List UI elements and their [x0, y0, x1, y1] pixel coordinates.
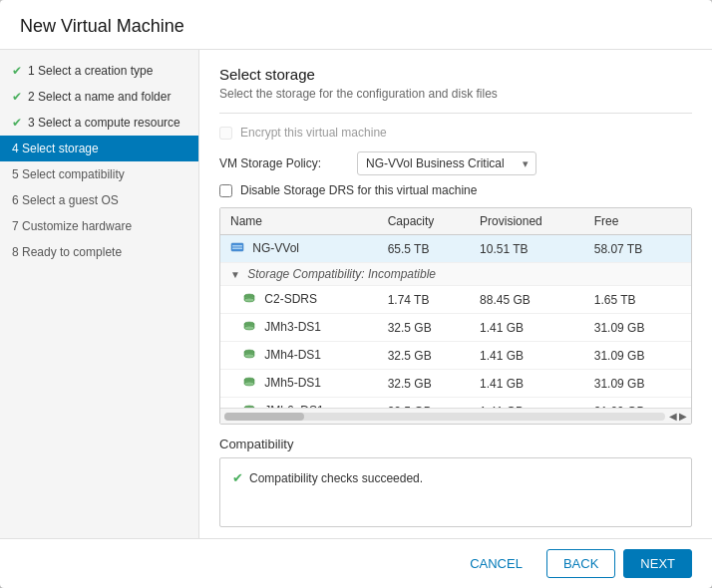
svg-point-14	[244, 382, 254, 386]
sidebar: ✔ 1 Select a creation type ✔ 2 Select a …	[0, 50, 199, 538]
row-free: 31.09 GB	[584, 314, 691, 342]
sidebar-step8-label: 8 Ready to complete	[12, 245, 122, 259]
sidebar-item-step1[interactable]: ✔ 1 Select a creation type	[0, 58, 198, 84]
section-title: Select storage	[219, 66, 692, 83]
back-button[interactable]: BACK	[546, 549, 615, 578]
disable-drs-row: Disable Storage DRS for this virtual mac…	[219, 183, 692, 197]
svg-point-5	[244, 298, 254, 302]
check-icon-step3: ✔	[12, 116, 22, 130]
cancel-button[interactable]: CANCEL	[454, 550, 538, 577]
nav-arrows: ◀ ▶	[669, 411, 687, 422]
sidebar-item-step5[interactable]: 5 Select compatibility	[0, 161, 198, 187]
svg-point-8	[244, 326, 254, 330]
row-provisioned: 1.41 GB	[470, 314, 584, 342]
row-capacity: 32.5 GB	[378, 314, 470, 342]
horizontal-scrollbar[interactable]	[224, 413, 665, 421]
table-row[interactable]: JMh4-DS1 32.5 GB 1.41 GB 31.09 GB	[220, 342, 691, 370]
scrollbar-area: ◀ ▶	[220, 408, 691, 424]
table-header-row: Name Capacity Provisioned Free	[220, 208, 691, 235]
dialog-title: New Virtual Machine	[0, 0, 712, 50]
svg-rect-1	[232, 245, 242, 247]
section-subtitle: Select the storage for the configuration…	[219, 87, 692, 101]
expand-arrow-icon: ▼	[230, 269, 240, 280]
sidebar-step1-label: 1 Select a creation type	[28, 64, 153, 78]
table-row[interactable]: JMh3-DS1 32.5 GB 1.41 GB 31.09 GB	[220, 314, 691, 342]
main-content: Select storage Select the storage for th…	[199, 50, 712, 538]
row-capacity: 1.74 TB	[378, 286, 470, 314]
check-icon-step1: ✔	[12, 64, 22, 78]
group-header-label: ▼ Storage Compatibility: Incompatible	[220, 263, 691, 286]
table-scroll-area[interactable]: Name Capacity Provisioned Free	[220, 208, 691, 408]
row-free: 31.09 GB	[584, 370, 691, 398]
compat-message-text: Compatibility checks succeeded.	[249, 471, 423, 485]
table-row-group: ▼ Storage Compatibility: Incompatible	[220, 263, 691, 286]
storage-table-container: Name Capacity Provisioned Free	[219, 207, 692, 425]
row-provisioned: 10.51 TB	[470, 235, 584, 263]
table-row[interactable]: NG-VVol 65.5 TB 10.51 TB 58.07 TB	[220, 235, 691, 263]
row-free: 31.09 GB	[584, 342, 691, 370]
sidebar-item-step2[interactable]: ✔ 2 Select a name and folder	[0, 84, 198, 110]
row-capacity: 65.5 TB	[378, 235, 470, 263]
sidebar-item-step6[interactable]: 6 Select a guest OS	[0, 187, 198, 213]
row-name: JMh6_DS1	[220, 398, 378, 409]
svg-point-15	[244, 406, 254, 408]
datastore-icon	[242, 406, 259, 408]
row-name: NG-VVol	[220, 235, 378, 263]
row-free: 1.65 TB	[584, 286, 691, 314]
storage-table: Name Capacity Provisioned Free	[220, 208, 691, 408]
col-free: Free	[584, 208, 691, 235]
compat-check-icon: ✔	[232, 470, 243, 485]
row-capacity: 32.5 GB	[378, 370, 470, 398]
compat-success-message: ✔ Compatibility checks succeeded.	[232, 470, 679, 485]
sidebar-item-step4[interactable]: 4 Select storage	[0, 136, 198, 161]
scroll-right-icon[interactable]: ▶	[679, 411, 687, 422]
new-virtual-machine-dialog: New Virtual Machine ✔ 1 Select a creatio…	[0, 0, 712, 588]
sidebar-item-step7[interactable]: 7 Customize hardware	[0, 213, 198, 239]
divider	[219, 113, 692, 114]
disable-drs-label: Disable Storage DRS for this virtual mac…	[240, 183, 477, 197]
svg-rect-0	[231, 243, 243, 251]
policy-select-wrapper: NG-VVol Business Critical	[357, 151, 536, 175]
sidebar-step2-label: 2 Select a name and folder	[28, 90, 171, 104]
col-capacity: Capacity	[378, 208, 470, 235]
encrypt-row: Encrypt this virtual machine	[219, 126, 692, 140]
sidebar-step6-label: 6 Select a guest OS	[12, 193, 119, 207]
table-row[interactable]: C2-SDRS 1.74 TB 88.45 GB 1.65 TB	[220, 286, 691, 314]
policy-select[interactable]: NG-VVol Business Critical	[357, 151, 536, 175]
table-row[interactable]: JMh6_DS1 32.5 GB 1.41 GB 31.09 GB	[220, 398, 691, 409]
compatibility-section: Compatibility ✔ Compatibility checks suc…	[219, 437, 692, 527]
sidebar-step7-label: 7 Customize hardware	[12, 219, 132, 233]
datastore-icon	[242, 350, 259, 364]
table-row[interactable]: JMh5-DS1 32.5 GB 1.41 GB 31.09 GB	[220, 370, 691, 398]
policy-label: VM Storage Policy:	[219, 156, 349, 170]
row-provisioned: 88.45 GB	[470, 286, 584, 314]
vvol-icon	[230, 243, 247, 257]
scroll-left-icon[interactable]: ◀	[669, 411, 677, 422]
datastore-icon	[242, 378, 259, 392]
policy-row: VM Storage Policy: NG-VVol Business Crit…	[219, 151, 692, 175]
scrollbar-thumb	[224, 413, 304, 421]
datastore-icon	[242, 294, 259, 308]
row-name: JMh5-DS1	[220, 370, 378, 398]
sidebar-item-step8[interactable]: 8 Ready to complete	[0, 239, 198, 265]
encrypt-checkbox[interactable]	[219, 127, 232, 140]
svg-rect-2	[232, 248, 242, 250]
col-name: Name	[220, 208, 378, 235]
row-name: JMh3-DS1	[220, 314, 378, 342]
row-provisioned: 1.41 GB	[470, 342, 584, 370]
sidebar-step3-label: 3 Select a compute resource	[28, 116, 180, 130]
row-capacity: 32.5 GB	[378, 398, 470, 409]
sidebar-step4-label: 4 Select storage	[12, 142, 99, 155]
encrypt-label: Encrypt this virtual machine	[240, 126, 387, 140]
next-button[interactable]: NEXT	[623, 549, 692, 578]
col-provisioned: Provisioned	[470, 208, 584, 235]
row-provisioned: 1.41 GB	[470, 370, 584, 398]
row-name: C2-SDRS	[220, 286, 378, 314]
sidebar-item-step3[interactable]: ✔ 3 Select a compute resource	[0, 110, 198, 136]
disable-drs-checkbox[interactable]	[219, 184, 232, 197]
row-provisioned: 1.41 GB	[470, 398, 584, 409]
row-free: 31.09 GB	[584, 398, 691, 409]
compatibility-title: Compatibility	[219, 437, 692, 451]
datastore-icon	[242, 322, 259, 336]
dialog-footer: CANCEL BACK NEXT	[0, 538, 712, 588]
